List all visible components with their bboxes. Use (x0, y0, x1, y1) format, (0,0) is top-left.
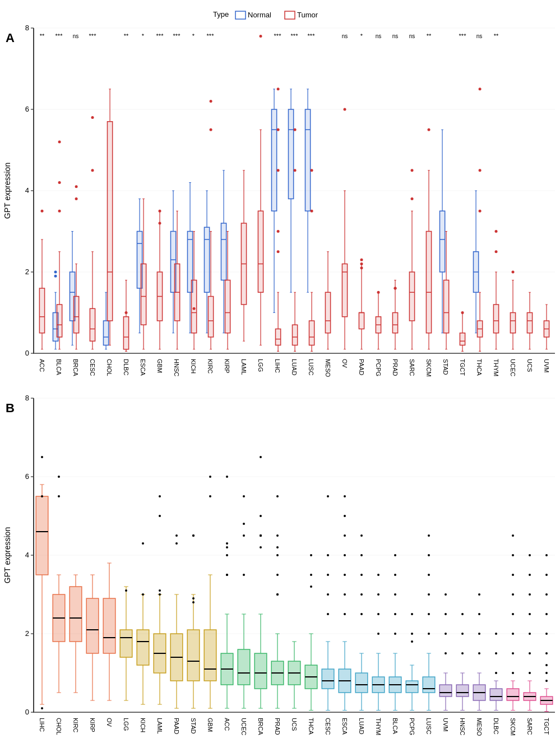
main-container (0, 0, 560, 747)
chart-canvas (0, 0, 560, 747)
